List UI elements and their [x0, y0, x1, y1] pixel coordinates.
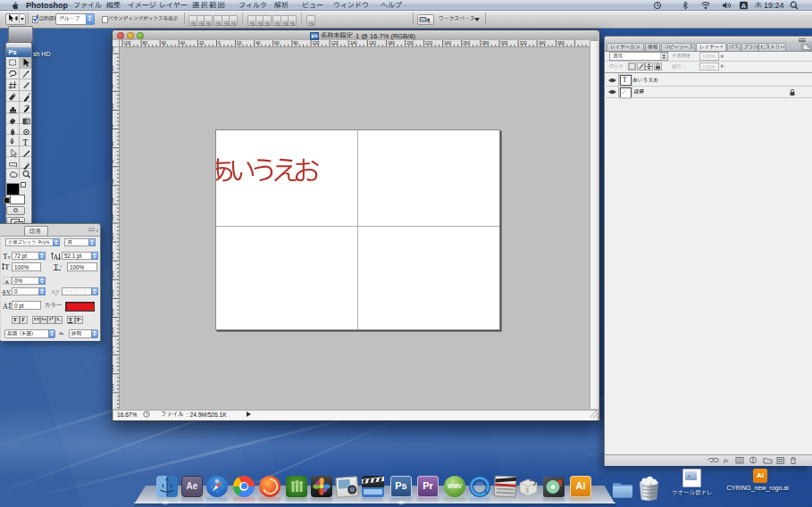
svg-text:80: 80: [113, 197, 114, 203]
svg-text:180: 180: [387, 41, 394, 46]
svg-text:80: 80: [293, 41, 298, 46]
svg-text:20: 20: [198, 41, 204, 46]
svg-text:60: 60: [161, 41, 166, 46]
svg-text:280: 280: [113, 384, 114, 391]
svg-text:160: 160: [113, 270, 114, 278]
svg-text:40: 40: [113, 160, 114, 165]
svg-text:T: T: [8, 255, 11, 260]
svg-text:280: 280: [481, 41, 489, 46]
svg-text:60: 60: [113, 66, 114, 71]
svg-text:A: A: [4, 278, 9, 286]
svg-text:40: 40: [255, 41, 261, 46]
svg-text:80: 80: [113, 47, 114, 52]
svg-text:100: 100: [123, 41, 130, 46]
svg-text:40: 40: [113, 85, 114, 90]
svg-text:A: A: [3, 302, 8, 310]
svg-text:V: V: [6, 288, 11, 295]
svg-text:320: 320: [519, 41, 526, 46]
svg-text:120: 120: [113, 233, 114, 240]
svg-text:160: 160: [368, 41, 375, 46]
svg-text:200: 200: [113, 308, 114, 315]
svg-text:220: 220: [113, 327, 114, 334]
svg-text:3: 3: [525, 487, 529, 494]
svg-text:0: 0: [218, 41, 221, 46]
svg-text:A: A: [741, 2, 747, 10]
svg-text:260: 260: [113, 364, 114, 371]
svg-text:140: 140: [349, 41, 356, 46]
svg-text:80: 80: [142, 41, 147, 46]
svg-text:T: T: [4, 262, 10, 270]
svg-text:A: A: [54, 254, 59, 261]
svg-text:60: 60: [113, 179, 114, 184]
svg-text:300: 300: [500, 41, 507, 46]
svg-text:140: 140: [113, 252, 114, 259]
svg-text:T: T: [22, 138, 28, 147]
svg-text:340: 340: [538, 41, 545, 46]
svg-text:100: 100: [312, 41, 319, 46]
svg-text:360: 360: [557, 41, 564, 46]
svg-text:120: 120: [331, 41, 338, 46]
svg-text:20: 20: [113, 141, 114, 146]
svg-text:200: 200: [406, 41, 414, 46]
svg-text:fx: fx: [724, 457, 729, 464]
svg-text:240: 240: [113, 345, 114, 353]
svg-text:180: 180: [113, 289, 114, 296]
svg-text:60: 60: [274, 41, 280, 46]
svg-text:100: 100: [113, 214, 114, 221]
svg-text:220: 220: [425, 41, 432, 46]
svg-text:T: T: [54, 262, 59, 270]
svg-text:20: 20: [237, 41, 242, 46]
svg-text:240: 240: [444, 41, 451, 46]
svg-text:40: 40: [180, 41, 185, 46]
svg-text:20: 20: [113, 104, 114, 109]
svg-text:0: 0: [113, 125, 114, 128]
svg-text:V: V: [55, 288, 60, 295]
svg-text:260: 260: [463, 41, 470, 46]
